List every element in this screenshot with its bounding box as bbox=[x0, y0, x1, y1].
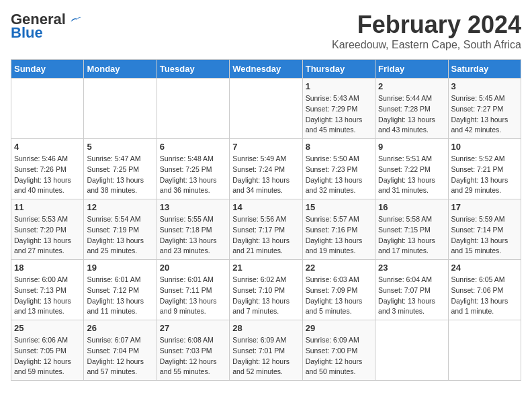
calendar-cell: 29Sunrise: 6:09 AM Sunset: 7:00 PM Dayli… bbox=[302, 320, 375, 381]
day-info: Sunrise: 6:02 AM Sunset: 7:10 PM Dayligh… bbox=[232, 275, 299, 317]
day-info: Sunrise: 6:01 AM Sunset: 7:11 PM Dayligh… bbox=[160, 275, 226, 317]
calendar-week-row: 1Sunrise: 5:43 AM Sunset: 7:29 PM Daylig… bbox=[11, 79, 521, 139]
day-info: Sunrise: 6:06 AM Sunset: 7:05 PM Dayligh… bbox=[14, 335, 81, 377]
day-number: 27 bbox=[160, 323, 226, 333]
day-info: Sunrise: 5:43 AM Sunset: 7:29 PM Dayligh… bbox=[306, 93, 372, 136]
day-info: Sunrise: 5:47 AM Sunset: 7:25 PM Dayligh… bbox=[87, 154, 153, 196]
day-number: 18 bbox=[14, 263, 81, 273]
day-number: 10 bbox=[451, 142, 518, 152]
day-info: Sunrise: 5:49 AM Sunset: 7:24 PM Dayligh… bbox=[232, 154, 299, 196]
day-number: 26 bbox=[87, 323, 153, 333]
calendar-week-row: 4Sunrise: 5:46 AM Sunset: 7:26 PM Daylig… bbox=[11, 139, 521, 199]
calendar-cell: 4Sunrise: 5:46 AM Sunset: 7:26 PM Daylig… bbox=[11, 139, 84, 199]
day-number: 22 bbox=[306, 263, 372, 273]
calendar-week-row: 18Sunrise: 6:00 AM Sunset: 7:13 PM Dayli… bbox=[11, 260, 521, 320]
calendar-cell bbox=[11, 79, 84, 139]
calendar-cell: 15Sunrise: 5:57 AM Sunset: 7:16 PM Dayli… bbox=[302, 199, 375, 260]
day-info: Sunrise: 5:58 AM Sunset: 7:15 PM Dayligh… bbox=[378, 214, 445, 257]
day-info: Sunrise: 5:54 AM Sunset: 7:19 PM Dayligh… bbox=[87, 214, 153, 257]
day-info: Sunrise: 5:44 AM Sunset: 7:28 PM Dayligh… bbox=[378, 93, 445, 136]
calendar-cell: 12Sunrise: 5:54 AM Sunset: 7:19 PM Dayli… bbox=[84, 199, 157, 260]
day-number: 5 bbox=[87, 142, 153, 152]
calendar-cell: 13Sunrise: 5:55 AM Sunset: 7:18 PM Dayli… bbox=[157, 199, 229, 260]
day-number: 1 bbox=[306, 81, 372, 91]
day-info: Sunrise: 5:52 AM Sunset: 7:21 PM Dayligh… bbox=[451, 154, 518, 196]
day-number: 11 bbox=[14, 202, 81, 212]
logo-bird-icon bbox=[69, 13, 82, 26]
day-number: 14 bbox=[232, 202, 299, 212]
day-header-saturday: Saturday bbox=[448, 60, 521, 79]
calendar-cell: 16Sunrise: 5:58 AM Sunset: 7:15 PM Dayli… bbox=[375, 199, 448, 260]
calendar-cell: 3Sunrise: 5:45 AM Sunset: 7:27 PM Daylig… bbox=[448, 79, 521, 139]
calendar-cell: 14Sunrise: 5:56 AM Sunset: 7:17 PM Dayli… bbox=[230, 199, 302, 260]
day-info: Sunrise: 6:09 AM Sunset: 7:00 PM Dayligh… bbox=[306, 335, 372, 377]
location: Kareedouw, Eastern Cape, South Africa bbox=[332, 39, 521, 51]
calendar-cell: 2Sunrise: 5:44 AM Sunset: 7:28 PM Daylig… bbox=[375, 79, 448, 139]
day-number: 8 bbox=[306, 142, 372, 152]
logo-blue: Blue bbox=[11, 24, 43, 42]
calendar-cell bbox=[84, 79, 157, 139]
day-info: Sunrise: 6:08 AM Sunset: 7:03 PM Dayligh… bbox=[160, 335, 226, 377]
day-info: Sunrise: 6:03 AM Sunset: 7:09 PM Dayligh… bbox=[306, 275, 372, 317]
day-info: Sunrise: 5:46 AM Sunset: 7:26 PM Dayligh… bbox=[14, 154, 81, 196]
calendar-cell bbox=[230, 79, 302, 139]
day-info: Sunrise: 6:01 AM Sunset: 7:12 PM Dayligh… bbox=[87, 275, 153, 317]
day-info: Sunrise: 5:56 AM Sunset: 7:17 PM Dayligh… bbox=[232, 214, 299, 257]
calendar-table: SundayMondayTuesdayWednesdayThursdayFrid… bbox=[11, 59, 521, 381]
day-header-monday: Monday bbox=[84, 60, 157, 79]
calendar-week-row: 11Sunrise: 5:53 AM Sunset: 7:20 PM Dayli… bbox=[11, 199, 521, 260]
day-number: 29 bbox=[306, 323, 372, 333]
calendar-cell bbox=[157, 79, 229, 139]
day-number: 4 bbox=[14, 142, 81, 152]
calendar-cell: 11Sunrise: 5:53 AM Sunset: 7:20 PM Dayli… bbox=[11, 199, 84, 260]
calendar-cell bbox=[448, 320, 521, 381]
day-info: Sunrise: 5:51 AM Sunset: 7:22 PM Dayligh… bbox=[378, 154, 445, 196]
calendar-cell: 1Sunrise: 5:43 AM Sunset: 7:29 PM Daylig… bbox=[302, 79, 375, 139]
calendar-cell: 23Sunrise: 6:04 AM Sunset: 7:07 PM Dayli… bbox=[375, 260, 448, 320]
day-info: Sunrise: 6:07 AM Sunset: 7:04 PM Dayligh… bbox=[87, 335, 153, 377]
day-number: 19 bbox=[87, 263, 153, 273]
day-number: 13 bbox=[160, 202, 226, 212]
day-number: 25 bbox=[14, 323, 81, 333]
day-info: Sunrise: 5:53 AM Sunset: 7:20 PM Dayligh… bbox=[14, 214, 81, 257]
day-number: 17 bbox=[451, 202, 518, 212]
day-number: 15 bbox=[306, 202, 372, 212]
day-number: 28 bbox=[232, 323, 299, 333]
day-number: 7 bbox=[232, 142, 299, 152]
calendar-cell: 27Sunrise: 6:08 AM Sunset: 7:03 PM Dayli… bbox=[157, 320, 229, 381]
day-info: Sunrise: 5:48 AM Sunset: 7:25 PM Dayligh… bbox=[160, 154, 226, 196]
month-title: February 2024 bbox=[332, 11, 521, 39]
day-header-tuesday: Tuesday bbox=[157, 60, 229, 79]
calendar-cell: 10Sunrise: 5:52 AM Sunset: 7:21 PM Dayli… bbox=[448, 139, 521, 199]
day-info: Sunrise: 6:04 AM Sunset: 7:07 PM Dayligh… bbox=[378, 275, 445, 317]
day-info: Sunrise: 6:09 AM Sunset: 7:01 PM Dayligh… bbox=[232, 335, 299, 377]
day-info: Sunrise: 6:05 AM Sunset: 7:06 PM Dayligh… bbox=[451, 275, 518, 317]
calendar-week-row: 25Sunrise: 6:06 AM Sunset: 7:05 PM Dayli… bbox=[11, 320, 521, 381]
calendar-cell: 19Sunrise: 6:01 AM Sunset: 7:12 PM Dayli… bbox=[84, 260, 157, 320]
day-info: Sunrise: 5:57 AM Sunset: 7:16 PM Dayligh… bbox=[306, 214, 372, 257]
day-number: 24 bbox=[451, 263, 518, 273]
page-header: General Blue February 2024 Kareedouw, Ea… bbox=[11, 11, 521, 51]
day-info: Sunrise: 6:00 AM Sunset: 7:13 PM Dayligh… bbox=[14, 275, 81, 317]
calendar-header-row: SundayMondayTuesdayWednesdayThursdayFrid… bbox=[11, 60, 521, 79]
title-area: February 2024 Kareedouw, Eastern Cape, S… bbox=[332, 11, 521, 51]
calendar-cell: 5Sunrise: 5:47 AM Sunset: 7:25 PM Daylig… bbox=[84, 139, 157, 199]
day-info: Sunrise: 5:45 AM Sunset: 7:27 PM Dayligh… bbox=[451, 93, 518, 136]
calendar-cell: 17Sunrise: 5:59 AM Sunset: 7:14 PM Dayli… bbox=[448, 199, 521, 260]
calendar-cell: 21Sunrise: 6:02 AM Sunset: 7:10 PM Dayli… bbox=[230, 260, 302, 320]
day-info: Sunrise: 5:59 AM Sunset: 7:14 PM Dayligh… bbox=[451, 214, 518, 257]
day-header-wednesday: Wednesday bbox=[230, 60, 302, 79]
calendar-cell: 24Sunrise: 6:05 AM Sunset: 7:06 PM Dayli… bbox=[448, 260, 521, 320]
calendar-cell: 22Sunrise: 6:03 AM Sunset: 7:09 PM Dayli… bbox=[302, 260, 375, 320]
calendar-cell: 25Sunrise: 6:06 AM Sunset: 7:05 PM Dayli… bbox=[11, 320, 84, 381]
day-header-sunday: Sunday bbox=[11, 60, 84, 79]
day-info: Sunrise: 5:55 AM Sunset: 7:18 PM Dayligh… bbox=[160, 214, 226, 257]
calendar-cell: 20Sunrise: 6:01 AM Sunset: 7:11 PM Dayli… bbox=[157, 260, 229, 320]
calendar-cell: 9Sunrise: 5:51 AM Sunset: 7:22 PM Daylig… bbox=[375, 139, 448, 199]
day-number: 9 bbox=[378, 142, 445, 152]
calendar-cell: 18Sunrise: 6:00 AM Sunset: 7:13 PM Dayli… bbox=[11, 260, 84, 320]
calendar-cell: 8Sunrise: 5:50 AM Sunset: 7:23 PM Daylig… bbox=[302, 139, 375, 199]
day-info: Sunrise: 5:50 AM Sunset: 7:23 PM Dayligh… bbox=[306, 154, 372, 196]
calendar-cell: 6Sunrise: 5:48 AM Sunset: 7:25 PM Daylig… bbox=[157, 139, 229, 199]
calendar-cell: 26Sunrise: 6:07 AM Sunset: 7:04 PM Dayli… bbox=[84, 320, 157, 381]
